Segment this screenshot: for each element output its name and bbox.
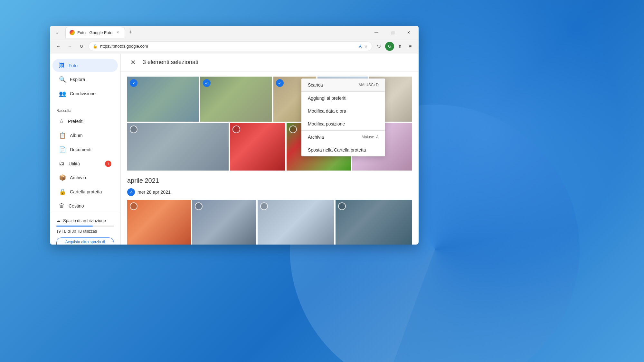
sidebar-item-condivisione[interactable]: 👥 Condivisione (52, 87, 118, 100)
sidebar-item-cartella-protetta[interactable]: 🔒 Cartella protetta (52, 185, 118, 199)
close-window-button[interactable] (401, 27, 416, 38)
sidebar-item-label-utilita: Utilità (69, 161, 80, 166)
storage-bar-background (56, 226, 114, 227)
context-menu-label-modifica-posizione: Modifica posizione (308, 121, 345, 126)
sidebar-item-cestino[interactable]: 🗑 Cestino (52, 199, 118, 212)
minimize-button[interactable] (369, 27, 384, 38)
minimize-icon (374, 30, 378, 35)
context-menu-item-aggiungi-preferiti[interactable]: Aggiungi ai preferiti (301, 92, 385, 105)
photo-checkbox-13[interactable] (338, 202, 346, 210)
sidebar-item-label-foto: Foto (69, 63, 78, 68)
sidebar-item-label-preferiti: Preferiti (68, 119, 83, 124)
sidebar-item-label-esplora: Esplora (70, 77, 85, 82)
sidebar-item-label-archivio: Archivio (70, 175, 86, 180)
maximize-icon (391, 30, 394, 35)
date-check-icon[interactable]: ✓ (127, 188, 135, 196)
storage-cloud-icon: ☁ (56, 218, 61, 223)
star-icon[interactable]: ☆ (364, 44, 368, 49)
buy-storage-button[interactable]: Acquista altro spazio di archiviazione (56, 237, 114, 245)
browser-tab-active[interactable]: Foto - Google Foto × (65, 27, 125, 38)
sidebar-item-documenti[interactable]: 📄 Documenti (52, 143, 118, 156)
selection-title: 3 elementi selezionati (143, 59, 198, 66)
utilita-badge: 1 (105, 161, 111, 167)
foto-icon: 🖼 (59, 62, 65, 69)
context-menu-shortcut-archivia: Maiusc+A (362, 135, 379, 139)
context-menu-label-sposta-cartella: Sposta nella Cartella protetta (308, 147, 366, 153)
date-label: mer 28 apr 2021 (137, 190, 171, 195)
preferiti-icon: ☆ (59, 118, 64, 125)
sidebar-item-foto[interactable]: 🖼 Foto (52, 59, 118, 72)
storage-label-text: Spazio di archiviazione (63, 218, 106, 223)
date-row: ✓ mer 28 apr 2021 (127, 188, 412, 196)
context-menu-item-archivia[interactable]: Archivia Maiusc+A (301, 131, 385, 144)
menu-icon-button[interactable]: ≡ (406, 42, 415, 51)
sidebar-item-label-condivisione: Condivisione (70, 91, 96, 96)
context-menu-shortcut-scarica: MAIUSC+D (359, 83, 379, 87)
photo-item-13[interactable] (336, 200, 412, 245)
forward-button[interactable]: → (65, 42, 74, 51)
photo-checkbox-12[interactable] (260, 202, 268, 210)
photo-grid-row3 (127, 200, 412, 245)
photo-item-12[interactable] (258, 200, 334, 245)
tab-list-button[interactable]: ⌄ (52, 28, 62, 37)
photo-item-11[interactable] (192, 200, 256, 245)
sidebar-item-label-cartella-protetta: Cartella protetta (70, 189, 102, 194)
photo-item-6[interactable] (127, 123, 229, 171)
sidebar-item-utilita[interactable]: 🗂 Utilità 1 (52, 157, 118, 170)
sidebar-item-archivio[interactable]: 📦 Archivio (52, 171, 118, 184)
photo-checkbox-6[interactable] (130, 125, 137, 133)
photo-checkbox-2[interactable] (203, 79, 211, 87)
share-icon-button[interactable]: ⬆ (395, 42, 404, 51)
cartella-protetta-icon: 🔒 (59, 188, 66, 195)
shield-icon-button[interactable]: 🛡 (375, 42, 384, 51)
url-text: https://photos.google.com (100, 44, 356, 49)
utilita-icon: 🗂 (59, 160, 65, 167)
address-bar: ← → ↻ 🔒 https://photos.google.com A ☆ 🛡 … (50, 39, 419, 53)
photo-item-7[interactable] (230, 123, 285, 171)
photo-checkbox-7[interactable] (232, 125, 240, 133)
new-tab-button[interactable]: + (126, 28, 135, 37)
photo-checkbox-3[interactable] (276, 79, 284, 87)
profile-icon-button[interactable]: G (385, 42, 394, 51)
context-menu-label-archivia: Archivia (308, 135, 324, 140)
tab-close-button[interactable]: × (115, 30, 121, 35)
storage-section: ☁ Spazio di archiviazione 19 TB di 30 TB… (50, 213, 120, 245)
close-window-icon (407, 30, 410, 35)
context-menu-item-sposta-cartella[interactable]: Sposta nella Cartella protetta (301, 144, 385, 156)
photo-item-2[interactable] (200, 77, 272, 122)
sidebar-item-esplora[interactable]: 🔍 Esplora (52, 73, 118, 86)
photo-checkbox-8[interactable] (289, 125, 297, 133)
url-bar[interactable]: 🔒 https://photos.google.com A ☆ (89, 42, 372, 51)
tab-title: Foto - Google Foto (77, 30, 112, 35)
context-menu-label-scarica: Scarica (308, 82, 323, 88)
sidebar-item-preferiti[interactable]: ☆ Preferiti (52, 115, 118, 128)
album-icon: 📋 (59, 132, 66, 139)
documenti-icon: 📄 (59, 146, 66, 153)
selection-header: ✕ 3 elementi selezionati (121, 53, 419, 71)
storage-used-text: 19 TB di 30 TB utilizzati (56, 229, 114, 234)
reload-button[interactable]: ↻ (77, 42, 86, 51)
photo-checkbox-10[interactable] (130, 202, 137, 210)
storage-bar-fill (56, 226, 93, 227)
photo-item-10[interactable] (127, 200, 191, 245)
context-menu-item-modifica-data[interactable]: Modifica data e ora (301, 105, 385, 117)
photo-item-1[interactable] (127, 77, 199, 122)
tab-favicon (70, 30, 75, 35)
section-date-aprile: aprile 2021 (127, 177, 412, 184)
photo-checkbox-1[interactable] (130, 79, 137, 87)
sidebar-item-album[interactable]: 📋 Album (52, 129, 118, 142)
archivio-icon: 📦 (59, 174, 66, 181)
context-menu-item-modifica-posizione[interactable]: Modifica posizione (301, 117, 385, 130)
close-selection-button[interactable]: ✕ (127, 57, 139, 68)
sidebar-item-label-documenti: Documenti (70, 147, 91, 152)
maximize-button[interactable] (385, 27, 400, 38)
back-button[interactable]: ← (54, 42, 63, 51)
raccolta-label: Raccolta (50, 106, 120, 114)
esplora-icon: 🔍 (59, 76, 66, 83)
browser-window: ⌄ Foto - Google Foto × + ← → ↻ 🔒 https:/… (50, 26, 419, 245)
storage-label: ☁ Spazio di archiviazione (56, 218, 114, 223)
condivisione-icon: 👥 (59, 90, 66, 97)
context-menu-item-scarica[interactable]: Scarica MAIUSC+D (301, 79, 385, 91)
title-bar: ⌄ Foto - Google Foto × + (50, 26, 419, 39)
context-menu: Scarica MAIUSC+D Aggiungi ai preferiti M… (301, 79, 385, 156)
